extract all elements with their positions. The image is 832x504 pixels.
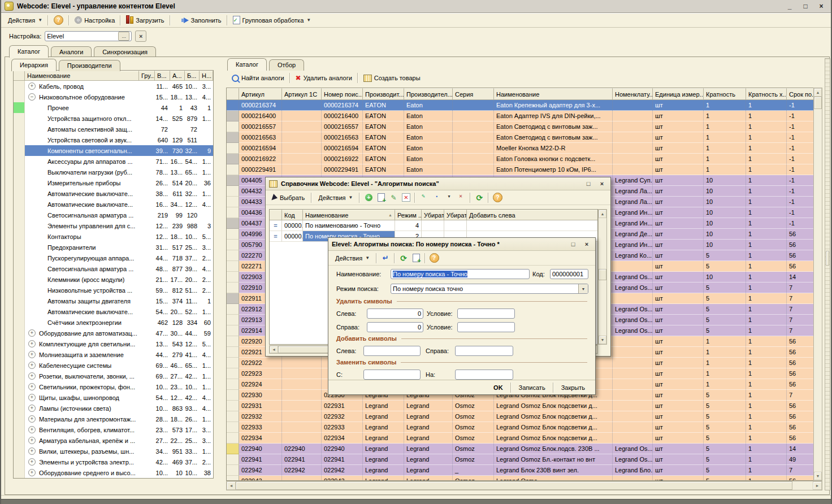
- tree-item[interactable]: Автоматы селективной защ...: [25, 124, 139, 134]
- tree-row[interactable]: +Оборудование среднего и высо...10...101…: [14, 467, 213, 478]
- row-selector-cell[interactable]: [227, 476, 239, 481]
- tree-row[interactable]: Прочее441431: [14, 102, 213, 113]
- tree-row[interactable]: +Кабель, провод11...46510...3...: [14, 81, 213, 92]
- tree-row[interactable]: Клеммники (кросс модули)21...17...20...2…: [14, 274, 213, 285]
- tree-column-header[interactable]: Наименование: [25, 71, 139, 81]
- row-selector-cell[interactable]: [227, 154, 239, 164]
- tree-row[interactable]: +Вилки, штеккеры, разъемы, шн...34...951…: [14, 446, 213, 457]
- table-row[interactable]: 00002294910000229491EATONEatonEaton Поте…: [227, 164, 813, 175]
- row-selector-cell[interactable]: [227, 250, 239, 261]
- add-right-input[interactable]: [455, 346, 513, 356]
- scroll-down-icon[interactable]: ▼: [814, 472, 822, 480]
- table-row[interactable]: 022943022943LegrandLegrandOsmozLegrand O…: [227, 476, 813, 481]
- row-selector-cell[interactable]: [227, 465, 239, 476]
- code-input[interactable]: 000000001: [550, 269, 588, 279]
- tree-item[interactable]: Автоматические выключате...: [25, 306, 139, 317]
- filter-by-value-button[interactable]: ▪: [431, 192, 442, 203]
- item-close-button[interactable]: ×: [582, 240, 592, 249]
- table-row[interactable]: 022932022932LegrandLegrandOsmozLegrand O…: [227, 411, 813, 422]
- row-selector-cell[interactable]: [227, 368, 239, 379]
- row-selector-cell[interactable]: [227, 111, 239, 121]
- row-selector-cell[interactable]: [227, 121, 239, 132]
- table-row[interactable]: 00002165570000216557EATONEatonEaton Свет…: [227, 121, 813, 132]
- tree-item[interactable]: +Светильники, прожекторы, фон...: [25, 381, 139, 392]
- remove-right-input[interactable]: 0: [367, 322, 423, 332]
- add-left-input[interactable]: [363, 346, 421, 356]
- table-row[interactable]: 022933022933LegrandLegrandOsmozLegrand O…: [227, 422, 813, 433]
- catalog-column-header[interactable]: Наименование: [494, 88, 613, 100]
- tree-row[interactable]: Автоматические выключате...54...20...52.…: [14, 306, 213, 317]
- tree-row[interactable]: Контакторы12...18...10...5...: [14, 231, 213, 242]
- row-selector-cell[interactable]: [227, 164, 239, 175]
- remove-cond2-input[interactable]: [457, 322, 515, 332]
- tree-item[interactable]: +Щиты, шкафы, шинопровод: [25, 392, 139, 403]
- table-row[interactable]: 00002165940000216594EATONEatonMoeller Кн…: [227, 143, 813, 154]
- expand-icon[interactable]: +: [28, 447, 36, 455]
- close-button[interactable]: ×: [815, 2, 827, 11]
- tab-catalog[interactable]: Каталог: [9, 45, 49, 58]
- expand-icon[interactable]: −: [28, 93, 36, 101]
- tree-row[interactable]: Автоматические выключате...38...61132...…: [14, 188, 213, 199]
- tree-row[interactable]: +Щиты, шкафы, шинопровод54...12...42...4…: [14, 392, 213, 403]
- tree-item[interactable]: +Розетки, выключатели, звонки, ...: [25, 371, 139, 381]
- help-button[interactable]: ?: [50, 14, 67, 26]
- tree-row[interactable]: Устройства защитного откл...14...5258791…: [14, 113, 213, 124]
- catalog-column-header[interactable]: Срок по...: [787, 88, 814, 100]
- reference-column-header[interactable]: Добавить слева: [467, 210, 598, 220]
- tab-filter[interactable]: Отбор: [269, 59, 304, 71]
- panel-splitter[interactable]: [825, 58, 830, 490]
- splitter-handle[interactable]: [826, 251, 829, 266]
- catalog-column-header[interactable]: [227, 88, 239, 100]
- tree-row[interactable]: Аксессуары для аппаратов ...71...16...54…: [14, 156, 213, 167]
- table-row[interactable]: 022942022942022942LegrandLegrand_Legrand…: [227, 465, 813, 476]
- tree-row[interactable]: +Вентиляция, обогрев, климатот...23...57…: [14, 424, 213, 435]
- tab-catalog-right[interactable]: Каталог: [227, 58, 267, 71]
- tab-analogs[interactable]: Аналоги: [51, 46, 92, 58]
- reference-actions-button[interactable]: Действия ▼: [315, 193, 356, 202]
- tree-item[interactable]: +Элементы и устройства электр...: [25, 457, 139, 467]
- filter-setup-button[interactable]: ✎: [418, 192, 430, 203]
- delete-button[interactable]: ✕: [400, 192, 411, 203]
- row-selector-cell[interactable]: [227, 293, 239, 304]
- find-analogs-button[interactable]: Найти аналоги: [228, 73, 288, 83]
- tree-row[interactable]: +Лампы (источники света)10...86393...4..…: [14, 403, 213, 414]
- browse-button[interactable]: ...: [118, 32, 129, 41]
- item-maximize-button[interactable]: □: [568, 240, 578, 249]
- tree-column-header[interactable]: А...: [170, 71, 185, 81]
- tree-item[interactable]: Измерительные приборы: [25, 177, 139, 188]
- catalog-column-header[interactable]: Артикул 1С: [282, 88, 322, 100]
- scroll-down-icon[interactable]: ▼: [599, 336, 606, 344]
- tree-row[interactable]: Предохранители31...51725...3...: [14, 242, 213, 253]
- expand-icon[interactable]: +: [28, 426, 36, 433]
- reference-maximize-button[interactable]: □: [583, 180, 593, 188]
- row-selector-cell[interactable]: [227, 207, 239, 218]
- expand-icon[interactable]: +: [28, 329, 36, 337]
- table-row[interactable]: 00002163740000216374EATONEatonEaton Креп…: [227, 100, 813, 111]
- table-row[interactable]: 00002169220000216922EATONEatonEaton Голо…: [227, 154, 813, 164]
- row-selector-cell[interactable]: [227, 283, 239, 293]
- row-selector-cell[interactable]: [227, 240, 239, 250]
- delete-analogs-button[interactable]: ✖ Удалить аналоги: [292, 73, 356, 83]
- row-selector-cell[interactable]: [227, 411, 239, 422]
- tree-column-header[interactable]: В...: [155, 71, 170, 81]
- row-selector-cell[interactable]: [227, 454, 239, 465]
- scroll-up-icon[interactable]: ▲: [814, 88, 822, 97]
- reference-vscrollbar[interactable]: ▲ ▼: [598, 209, 607, 345]
- tree-item[interactable]: +Арматура кабельная, крепёж и ...: [25, 435, 139, 446]
- filter-menu-button[interactable]: ▾: [443, 192, 454, 203]
- tree-item[interactable]: Устройства защитного откл...: [25, 113, 139, 124]
- catalog-column-header[interactable]: Производител...: [404, 88, 453, 100]
- tree-item[interactable]: Низковольтные устройства ...: [25, 285, 139, 296]
- save-button[interactable]: Записать: [513, 383, 551, 392]
- reference-column-header[interactable]: [270, 210, 282, 220]
- edit-button[interactable]: ✎: [388, 192, 399, 203]
- reference-close-button[interactable]: ×: [597, 180, 607, 188]
- tree-row[interactable]: Измерительные приборы26...51420...36: [14, 177, 213, 188]
- reference-row[interactable]: =00000...По наименованию - Точно4: [270, 220, 597, 231]
- tree-row[interactable]: Низковольтные устройства ...59...81251..…: [14, 285, 213, 296]
- tree-item[interactable]: +Материалы для электромонтаж...: [25, 414, 139, 424]
- row-selector-cell[interactable]: [227, 433, 239, 444]
- fill-button[interactable]: Заполнить: [172, 16, 225, 25]
- tree-item[interactable]: +Комплектующие для светильни...: [25, 338, 139, 349]
- tree-item[interactable]: +Оборудование для автоматизац...: [25, 328, 139, 338]
